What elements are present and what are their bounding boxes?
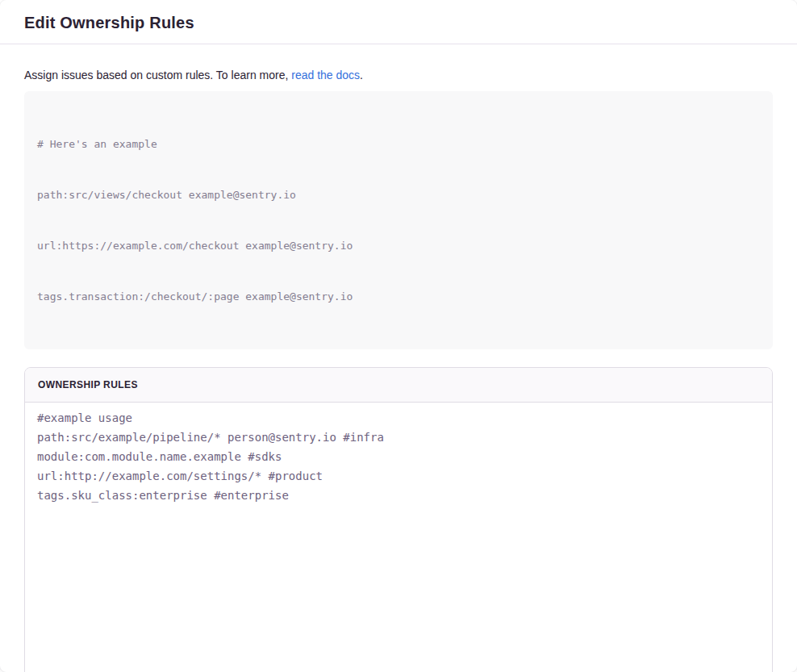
description-before-link: Assign issues based on custom rules. To … — [24, 69, 291, 81]
ownership-rules-panel: OWNERSHIP RULES #example usage path:src/… — [24, 367, 773, 672]
example-rules-block: # Here's an example path:src/views/check… — [24, 91, 773, 349]
ownership-rules-panel-header: OWNERSHIP RULES — [25, 368, 772, 403]
example-rule-line: tags.transaction:/checkout/:page example… — [37, 288, 760, 305]
modal-body: Assign issues based on custom rules. To … — [0, 44, 797, 672]
example-rule-line: # Here's an example — [37, 136, 760, 152]
modal-header: Edit Ownership Rules — [0, 0, 797, 44]
page-title: Edit Ownership Rules — [24, 14, 773, 32]
description-text: Assign issues based on custom rules. To … — [24, 67, 773, 83]
edit-ownership-rules-modal: Edit Ownership Rules Assign issues based… — [0, 0, 797, 672]
example-rule-line: url:https://example.com/checkout example… — [37, 237, 760, 254]
read-the-docs-link[interactable]: read the docs — [291, 69, 360, 81]
example-rule-line: path:src/views/checkout example@sentry.i… — [37, 186, 760, 203]
ownership-rules-textarea[interactable]: #example usage path:src/example/pipeline… — [25, 403, 772, 672]
description-after-link: . — [360, 69, 363, 81]
